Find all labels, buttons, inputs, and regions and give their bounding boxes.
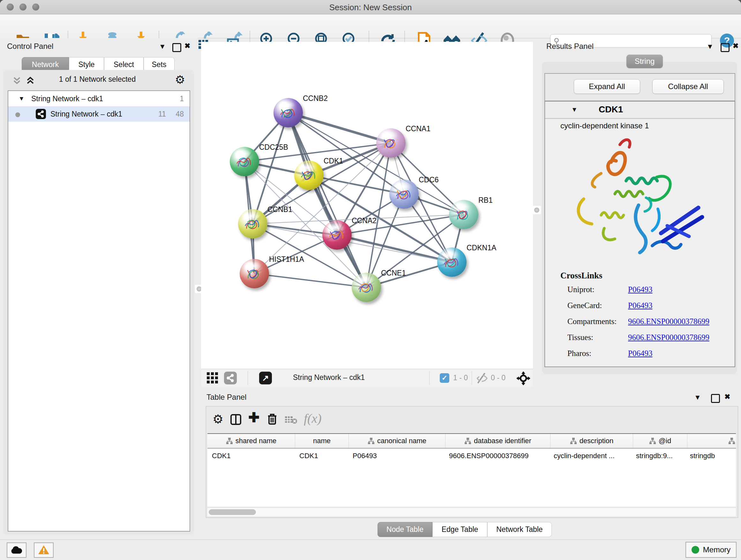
network-collection-row[interactable]: ▼ String Network – cdk1 1 — [8, 91, 190, 106]
network-node-cdc6[interactable] — [389, 179, 419, 209]
close-panel-icon[interactable]: ✖ — [724, 393, 730, 401]
table-tabs: Node TableEdge TableNetwork Table — [378, 522, 552, 537]
results-panel: Results Panel ▼ ✖ Expand All Collapse Al… — [539, 38, 741, 389]
network-node-hist1h1a[interactable] — [240, 259, 269, 288]
network-name: String Network – cdk1 — [51, 106, 122, 122]
table-cell[interactable]: stringdb:9... — [631, 449, 685, 463]
table-cell[interactable]: stringdb — [685, 449, 736, 463]
crosslink-row: Tissues:9606.ENSP00000378699 — [567, 333, 710, 342]
node-table[interactable]: shared namenamecanonical namedatabase id… — [207, 433, 736, 507]
toolbar-separator — [472, 371, 472, 385]
crosslink-link[interactable]: P06493 — [628, 349, 652, 358]
show-columns-icon[interactable] — [230, 414, 241, 426]
network-list: ▼ String Network – cdk1 1 String Network… — [8, 90, 190, 532]
scrollbar-thumb[interactable] — [209, 509, 256, 515]
birdseye-navigator-icon[interactable] — [516, 371, 530, 387]
protein-structure-thumbnail — [279, 104, 296, 122]
application-window: Session: New Session — [0, 0, 741, 560]
collapse-all-button[interactable]: Collapse All — [652, 79, 724, 94]
table-horizontal-scrollbar[interactable] — [207, 508, 736, 516]
memory-button[interactable]: Memory — [685, 542, 737, 558]
tab-string[interactable]: String — [626, 55, 663, 68]
network-canvas[interactable]: CCNB2CCNA1CDC25BCDK1CDC6RB1CCNB1CCNA2CDK… — [201, 42, 533, 369]
tab-node-table[interactable]: Node Table — [378, 522, 432, 537]
toolbar-separator — [248, 371, 248, 385]
collection-expander-icon[interactable]: ▼ — [18, 91, 24, 106]
entry-expander-icon[interactable]: ▼ — [571, 106, 578, 113]
crosslink-link[interactable]: P06493 — [628, 301, 652, 310]
network-node-ccnb1[interactable] — [238, 209, 267, 239]
function-builder-icon: f(x) — [304, 411, 322, 426]
network-node-ccnb2[interactable] — [273, 98, 303, 127]
string-style-icon[interactable] — [224, 372, 237, 384]
crosslink-label: Tissues: — [567, 333, 628, 342]
network-node-cdk1[interactable] — [294, 161, 324, 190]
selected-count: 1 - 0 — [453, 374, 468, 382]
protein-structure-thumbnail — [381, 134, 399, 152]
panel-menu-icon[interactable]: ▼ — [706, 43, 714, 51]
tab-edge-table[interactable]: Edge Table — [432, 522, 487, 537]
network-node-cdc25b[interactable] — [230, 147, 259, 176]
network-node-cdkn1a[interactable] — [437, 247, 467, 277]
table-cell[interactable]: P06493 — [348, 449, 445, 463]
network-node-ccne1[interactable] — [352, 273, 381, 302]
main-toolbar: ⚲ ? — [0, 14, 741, 38]
node-attribute-icon — [464, 437, 471, 444]
crosslink-row: Pharos:P06493 — [567, 349, 710, 358]
network-node-ccna2[interactable] — [322, 220, 352, 250]
hidden-count: 0 - 0 — [491, 374, 506, 382]
selected-checkbox-icon[interactable]: ✓ — [440, 373, 449, 383]
cloud-status-button[interactable] — [7, 543, 26, 558]
close-panel-icon[interactable]: ✖ — [733, 42, 738, 50]
column-header-sharedname[interactable]: shared name — [207, 434, 295, 448]
node-attribute-icon — [226, 437, 233, 444]
table-cell[interactable]: CDK1 — [295, 449, 348, 463]
network-node-rb1[interactable] — [449, 200, 478, 229]
network-options-gear-icon[interactable]: ⚙ — [175, 73, 185, 86]
crosslinks-title: CrossLinks — [560, 271, 710, 281]
table-cell[interactable]: CDK1 — [207, 449, 295, 463]
collapse-all-networks-icon[interactable] — [12, 76, 22, 86]
delete-table-icon — [285, 415, 297, 426]
crosslink-link[interactable]: P06493 — [628, 285, 652, 294]
column-header-namespace[interactable]: namespace — [687, 434, 736, 448]
delete-column-trash-icon[interactable] — [267, 414, 278, 426]
crosslink-link[interactable]: 9606.ENSP00000378699 — [628, 317, 710, 326]
add-column-icon[interactable]: ✚ — [248, 410, 259, 425]
network-row-selected[interactable]: String Network – cdk1 11 48 — [8, 106, 190, 122]
protein-structure-thumbnail — [357, 278, 375, 296]
panel-menu-icon[interactable]: ▼ — [159, 43, 166, 51]
table-settings-gear-icon[interactable]: ⚙ — [212, 412, 223, 426]
network-edge[interactable] — [337, 235, 452, 262]
column-header-databaseidentifier[interactable]: database identifier — [446, 434, 550, 448]
float-panel-icon[interactable] — [721, 43, 730, 52]
network-node-ccna1[interactable] — [376, 128, 406, 158]
column-header-name[interactable]: name — [295, 434, 349, 448]
table-panel: Table Panel ▼ ✖ ⚙ ✚ f(x) shared namename… — [198, 387, 741, 540]
crosslink-link[interactable]: 9606.ENSP00000378699 — [628, 333, 710, 342]
column-header-description[interactable]: description — [550, 434, 633, 448]
table-cell[interactable]: cyclin-dependent ... — [549, 449, 631, 463]
expand-all-button[interactable]: Expand All — [574, 79, 640, 94]
grid-view-icon[interactable] — [206, 372, 219, 386]
table-cell[interactable]: 9606.ENSP00000378699 — [445, 449, 549, 463]
node-label-hist1h1a: HIST1H1A — [269, 255, 304, 264]
close-panel-icon[interactable]: ✖ — [185, 42, 190, 50]
tab-network-table[interactable]: Network Table — [487, 522, 552, 537]
panel-menu-icon[interactable]: ▼ — [694, 393, 701, 401]
memory-status-dot — [691, 546, 699, 554]
warning-button[interactable] — [34, 543, 54, 558]
float-panel-icon[interactable] — [172, 43, 181, 52]
expand-all-networks-icon[interactable] — [25, 76, 35, 86]
gene-entry-header[interactable]: ▼ CDK1 — [545, 102, 735, 119]
toolbar-separator — [429, 371, 429, 385]
network-edge[interactable] — [254, 273, 366, 287]
column-header-id[interactable]: @id — [633, 434, 687, 448]
float-panel-icon[interactable] — [711, 394, 720, 403]
results-panel-title: Results Panel — [546, 42, 594, 51]
protein-structure-thumbnail — [454, 206, 472, 224]
hidden-eye-slash-icon[interactable] — [476, 372, 488, 386]
open-in-string-icon[interactable]: ↗ — [259, 372, 272, 384]
column-header-canonicalname[interactable]: canonical name — [349, 434, 446, 448]
network-edge[interactable] — [288, 113, 391, 143]
